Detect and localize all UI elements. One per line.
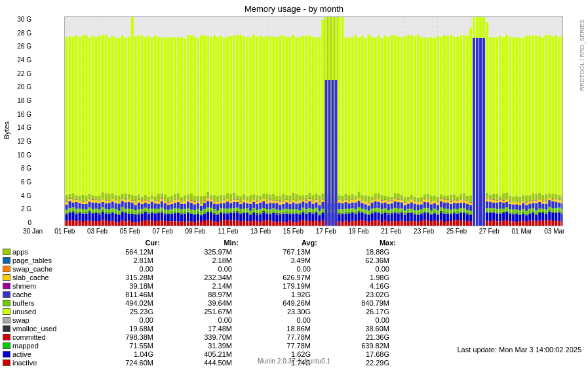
stat-max: 1.98G xyxy=(324,274,389,281)
stat-avg: 18.86M xyxy=(245,325,324,333)
legend-color-active xyxy=(3,351,10,358)
y-tick: 14 G xyxy=(17,125,31,131)
stat-avg: 1.62G xyxy=(245,350,324,358)
legend-name: shmem xyxy=(12,282,88,290)
stat-max: 0.00 xyxy=(324,265,389,273)
stat-avg: 23.30G xyxy=(245,308,324,316)
stat-max: 4.16G xyxy=(324,282,389,290)
y-tick: 22 G xyxy=(17,71,31,77)
stat-min: 88.97M xyxy=(167,291,245,298)
legend-row: cache811.46M88.97M1.92G23.02G xyxy=(3,290,585,298)
x-tick: 30 Jan xyxy=(23,228,43,235)
legend-name: vmalloc_used xyxy=(12,325,88,333)
stat-avg: 626.97M xyxy=(245,274,324,281)
stat-min: 251.67M xyxy=(167,308,245,316)
x-tick: 23 Feb xyxy=(414,228,434,235)
y-tick: 8 G xyxy=(21,165,31,172)
legend-name: cache xyxy=(12,291,88,298)
chart-canvas xyxy=(65,17,563,226)
stat-min: 339.70M xyxy=(167,333,245,341)
chart-container: Memory usage - by month Bytes 30 G 28 G … xyxy=(0,0,588,368)
y-tick: 20 G xyxy=(17,84,31,91)
legend-row: apps564.12M325.97M767.13M18.88G xyxy=(3,247,585,256)
legend-name: mapped xyxy=(12,342,88,350)
stat-cur: 1.04G xyxy=(88,350,167,358)
stat-avg: 3.49M xyxy=(245,256,324,264)
x-tick: 05 Feb xyxy=(120,228,140,235)
stat-cur: 0.00 xyxy=(88,265,167,273)
x-tick: 03 Feb xyxy=(87,228,108,235)
legend-row: swap_cache0.000.000.000.00 xyxy=(3,264,585,273)
stat-cur: 71.55M xyxy=(88,342,167,350)
y-axis: 30 G 28 G 26 G 24 G 22 G 20 G 18 G 16 G … xyxy=(9,16,31,226)
stat-cur: 315.28M xyxy=(88,274,167,281)
x-tick: 07 Feb xyxy=(153,228,173,235)
stat-min: 31.39M xyxy=(167,342,245,350)
x-tick: 15 Feb xyxy=(283,228,304,235)
legend-name: active xyxy=(12,350,88,358)
y-tick: 12 G xyxy=(17,138,31,145)
stat-max: 62.36M xyxy=(324,256,389,264)
last-update: Last update: Mon Mar 3 14:00:02 2025 xyxy=(457,346,581,354)
stat-avg: 767.13M xyxy=(245,248,324,256)
stat-avg: 77.78M xyxy=(245,342,324,350)
stat-max: 38.60M xyxy=(324,325,389,333)
legend-name: buffers xyxy=(12,299,88,307)
side-label: RRDTOOL / RRD_SERIES xyxy=(579,20,587,203)
stat-max: 26.17G xyxy=(324,308,389,316)
y-tick: 10 G xyxy=(17,152,31,159)
stat-max: 18.88G xyxy=(324,248,389,256)
stat-max: 840.79M xyxy=(324,299,389,307)
stat-min: 325.97M xyxy=(167,248,245,256)
stat-min: 2.14M xyxy=(167,282,245,290)
stat-cur: 494.02M xyxy=(88,299,167,307)
stat-cur: 798.38M xyxy=(88,333,167,341)
x-tick: 09 Feb xyxy=(185,228,205,235)
legend-name: slab_cache xyxy=(12,274,88,281)
stat-min: 232.34M xyxy=(167,274,245,281)
legend-row: slab_cache315.28M232.34M626.97M1.98G xyxy=(3,273,585,281)
legend-name: apps xyxy=(12,248,88,256)
stat-cur: 2.81M xyxy=(88,256,167,264)
legend-color-unused xyxy=(3,308,10,315)
legend-color-swap xyxy=(3,317,10,323)
stats-header: Cur: Min: Avg: Max: xyxy=(3,239,585,247)
stat-min: 17.48M xyxy=(167,325,245,333)
legend-name: swap xyxy=(12,316,88,324)
legend-color-swap_cache xyxy=(3,266,10,272)
y-tick: 30 G xyxy=(17,16,31,23)
stat-avg: 649.26M xyxy=(245,299,324,307)
stat-avg: 0.00 xyxy=(245,316,324,324)
legend-row: buffers494.02M39.64M649.26M840.79M xyxy=(3,298,585,307)
y-tick: 24 G xyxy=(17,57,31,64)
x-tick: 01 Mar xyxy=(512,228,532,235)
stat-avg: 1.92G xyxy=(245,291,324,298)
stat-avg: 179.19M xyxy=(245,282,324,290)
legend-name: committed xyxy=(12,333,88,341)
legend-color-buffers xyxy=(3,300,10,306)
x-tick: 13 Feb xyxy=(250,228,271,235)
legend-row: vmalloc_used19.68M17.48M18.86M38.60M xyxy=(3,324,585,333)
legend-name: page_tables xyxy=(12,256,88,264)
stat-cur: 811.46M xyxy=(88,291,167,298)
stat-avg: 0.00 xyxy=(245,265,324,273)
y-tick: 28 G xyxy=(17,30,31,37)
y-tick: 6 G xyxy=(21,179,31,186)
stat-max: 21.36G xyxy=(324,333,389,341)
chart-title: Memory usage - by month xyxy=(0,0,588,15)
y-tick: 16 G xyxy=(17,112,31,118)
legend-name: swap_cache xyxy=(12,265,88,273)
legend-color-slab_cache xyxy=(3,274,10,281)
y-tick: 0 xyxy=(28,220,31,226)
legend-row: page_tables2.81M2.18M3.49M62.36M xyxy=(3,256,585,264)
stat-max: 23.02G xyxy=(324,291,389,298)
legend-row: unused25.23G251.67M23.30G26.17G xyxy=(3,307,585,316)
stat-cur: 564.12M xyxy=(88,248,167,256)
x-tick: 27 Feb xyxy=(479,228,500,235)
legend-color-vmalloc_used xyxy=(3,325,10,332)
legend-name: unused xyxy=(12,308,88,316)
stat-min: 2.18M xyxy=(167,256,245,264)
legend-row: swap0.000.000.000.00 xyxy=(3,316,585,324)
stat-max: 17.68G xyxy=(324,350,389,358)
y-tick: 4 G xyxy=(21,193,31,199)
